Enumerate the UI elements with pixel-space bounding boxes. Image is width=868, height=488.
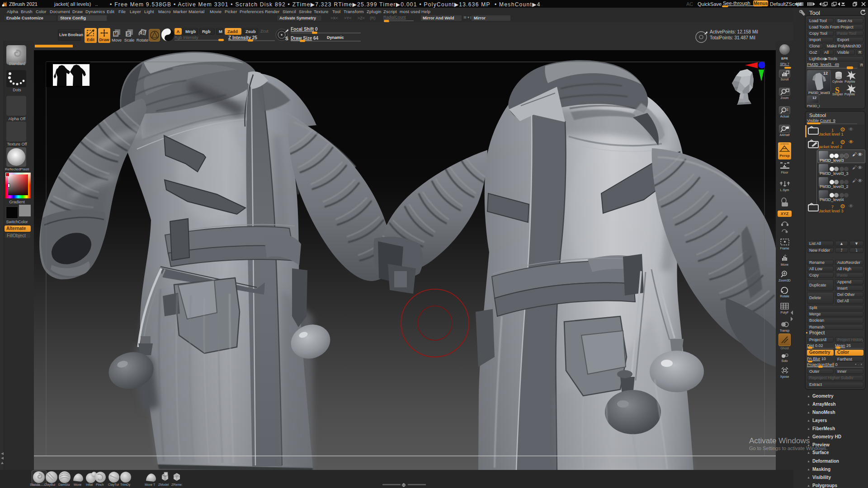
svg-text:Draw: Draw	[99, 38, 109, 42]
svg-text:Scale: Scale	[124, 38, 135, 42]
svg-text:M: M	[114, 32, 118, 37]
svg-text:R: R	[142, 30, 145, 35]
svg-text:Edit: Edit	[87, 38, 94, 42]
svg-text:Move: Move	[112, 38, 122, 42]
svg-text:S: S	[285, 36, 288, 41]
svg-text::1: :1	[786, 108, 788, 111]
svg-text:Rotate: Rotate	[137, 38, 149, 42]
svg-text:S: S	[127, 32, 130, 37]
